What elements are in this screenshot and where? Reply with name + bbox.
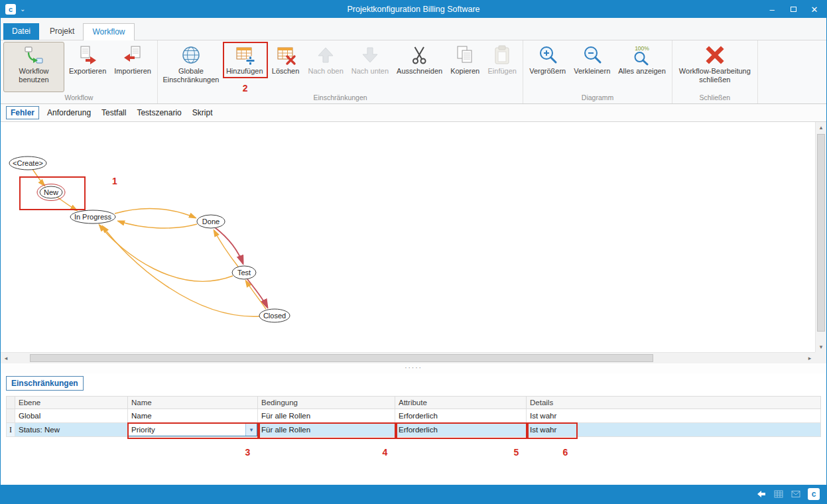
diagram-node-in-progress[interactable]: In Progress: [70, 210, 115, 223]
edge-create-to-new[interactable]: [32, 169, 45, 186]
minimize-button[interactable]: –: [761, 1, 783, 18]
diagram-node-new[interactable]: New: [37, 184, 65, 201]
diagram-node-create[interactable]: <Create>: [9, 157, 46, 170]
edge-test-to-in-progress[interactable]: [99, 224, 233, 281]
cell-1-1[interactable]: Priority▾: [128, 423, 258, 437]
column-header-ebene[interactable]: Ebene: [15, 397, 128, 409]
tab-einschraenkungen[interactable]: Einschränkungen: [6, 376, 84, 391]
titlebar: c ⌄ Projektkonfiguration Billing Softwar…: [1, 1, 826, 18]
statusbar-app-icon[interactable]: c: [808, 488, 820, 500]
workflow-diagram-svg[interactable]: <Create>NewIn ProgressDoneTestClosed: [1, 122, 815, 352]
ribbon-button-copy[interactable]: Kopieren: [447, 42, 483, 92]
table-row[interactable]: IStatus: NewPriority▾Für alle RollenErfo…: [7, 423, 821, 437]
ribbon-button-zoom-in[interactable]: Vergrößern: [526, 42, 569, 92]
vertical-scroll-thumb[interactable]: [817, 134, 825, 332]
ribbon-group-diagramm: VergrößernVerkleinern100%Alles anzeigenD…: [523, 40, 672, 103]
quick-access-chevron-icon[interactable]: ⌄: [20, 6, 25, 13]
edge-test-to-closed[interactable]: [247, 279, 268, 308]
cell-1-0[interactable]: Status: New: [15, 423, 128, 437]
column-header-details[interactable]: Details: [527, 397, 821, 409]
window-title: Projektkonfiguration Billing Software: [347, 5, 479, 14]
zoom-in-icon: [537, 44, 558, 66]
name-combobox[interactable]: Priority▾: [128, 423, 257, 436]
ribbon-button-close-workflow[interactable]: Workflow-Bearbeitung schließen: [675, 42, 755, 92]
scroll-down-icon[interactable]: ▾: [816, 342, 826, 352]
diagram-node-closed[interactable]: Closed: [259, 309, 290, 322]
edge-closed-to-test[interactable]: [245, 280, 266, 309]
doc-tab-testfall[interactable]: Testfall: [96, 106, 131, 119]
node-label: New: [44, 188, 58, 196]
ribbon-button-import[interactable]: Importieren: [111, 42, 155, 92]
ribbon-button-use-workflow[interactable]: Workflow benutzen: [3, 42, 64, 92]
share-icon[interactable]: [756, 489, 767, 499]
scroll-right-icon[interactable]: ▸: [804, 353, 815, 363]
edge-done-to-test[interactable]: [215, 227, 243, 265]
edge-done-to-in-progress[interactable]: [117, 221, 197, 228]
splitter-handle[interactable]: ·····: [1, 363, 826, 373]
vertical-scrollbar[interactable]: ▴ ▾: [815, 122, 826, 352]
ribbon-button-zoom-all[interactable]: 100%Alles anzeigen: [615, 42, 669, 92]
node-label: In Progress: [74, 213, 112, 221]
cell-0-2[interactable]: Für alle Rollen: [258, 409, 395, 423]
globe-icon: [180, 44, 202, 66]
app-icon[interactable]: c: [5, 4, 16, 15]
ribbon-button-cut[interactable]: Ausschneiden: [393, 42, 446, 92]
node-label: Closed: [263, 312, 286, 320]
doc-tab-anforderung[interactable]: Anforderung: [42, 106, 96, 119]
diagram-node-done[interactable]: Done: [197, 215, 225, 228]
doc-tab-strip: FehlerAnforderungTestfallTestszenarioSkr…: [1, 104, 826, 122]
diagram-edges: [32, 169, 268, 316]
doc-tab-testszenario[interactable]: Testszenario: [131, 106, 186, 119]
diagram-canvas[interactable]: <Create>NewIn ProgressDoneTestClosed ▴ ▾…: [1, 122, 826, 363]
ribbon-button-zoom-out[interactable]: Verkleinern: [570, 42, 613, 92]
edge-new-to-in-progress[interactable]: [57, 197, 78, 211]
ribbon-button-label: Workflow-Bearbeitung schließen: [678, 67, 751, 84]
combobox-dropdown-button[interactable]: ▾: [245, 424, 257, 436]
close-button[interactable]: ✕: [804, 1, 825, 18]
column-header-bedingung[interactable]: Bedingung: [258, 397, 395, 409]
zoom-out-icon: [582, 44, 603, 66]
cell-0-4[interactable]: Ist wahr: [527, 409, 821, 423]
ribbon-button-label: Hinzufügen: [226, 67, 263, 76]
mail-icon[interactable]: [791, 489, 801, 499]
ribbon-button-label: Einfügen: [487, 67, 516, 76]
maximize-button[interactable]: [783, 1, 804, 18]
edge-in-progress-to-done[interactable]: [115, 209, 196, 218]
column-header-attribute[interactable]: Attribute: [395, 397, 527, 409]
ribbon-tab-workflow[interactable]: Workflow: [83, 23, 134, 40]
ribbon-button-label: Nach oben: [308, 67, 344, 76]
ribbon-button-export[interactable]: Exportieren: [66, 42, 109, 92]
cell-1-2[interactable]: Für alle Rollen: [258, 423, 395, 437]
diagram-node-test[interactable]: Test: [232, 266, 256, 279]
ribbon-button-delete[interactable]: Löschen: [268, 42, 304, 92]
scroll-left-icon[interactable]: ◂: [1, 353, 11, 363]
ribbon-group-schlie-en: Workflow-Bearbeitung schließenSchließen: [672, 40, 758, 103]
cell-1-3[interactable]: Erforderlich: [395, 423, 527, 437]
ribbon-tab-projekt[interactable]: Projekt: [41, 23, 83, 40]
table-row[interactable]: GlobalNameFür alle RollenErforderlichIst…: [7, 409, 821, 423]
paste-icon: [491, 44, 513, 66]
column-header-name[interactable]: Name: [128, 397, 258, 409]
doc-tab-skript[interactable]: Skript: [187, 106, 218, 119]
export-icon: [77, 44, 98, 66]
cell-0-0[interactable]: Global: [15, 409, 128, 423]
cell-0-1[interactable]: Name: [128, 409, 258, 423]
cell-0-3[interactable]: Erforderlich: [395, 409, 527, 423]
ribbon-button-label: Vergrößern: [529, 67, 566, 76]
app-window: c ⌄ Projektkonfiguration Billing Softwar…: [0, 0, 827, 504]
ribbon-group-workflow: Workflow benutzenExportierenImportierenW…: [1, 40, 158, 103]
constraints-panel: Einschränkungen EbeneNameBedingungAttrib…: [1, 373, 826, 486]
statusbar-icons: [756, 489, 801, 499]
arrow-down-icon: [359, 44, 381, 66]
ribbon-button-add[interactable]: Hinzufügen: [223, 42, 267, 92]
ribbon-tab-datei[interactable]: Datei: [3, 23, 39, 40]
doc-tab-fehler[interactable]: Fehler: [6, 106, 39, 119]
horizontal-scroll-thumb[interactable]: [30, 354, 653, 362]
ribbon-group-caption: Diagramm: [525, 92, 670, 103]
horizontal-scrollbar[interactable]: ◂ ▸: [1, 352, 815, 363]
ribbon-group-caption: Einschränkungen: [160, 92, 521, 103]
grid-icon[interactable]: [773, 489, 784, 499]
cell-1-4[interactable]: Ist wahr: [527, 423, 821, 437]
ribbon-button-global-constraints[interactable]: Globale Einschränkungen: [160, 42, 222, 92]
scroll-up-icon[interactable]: ▴: [816, 122, 826, 133]
